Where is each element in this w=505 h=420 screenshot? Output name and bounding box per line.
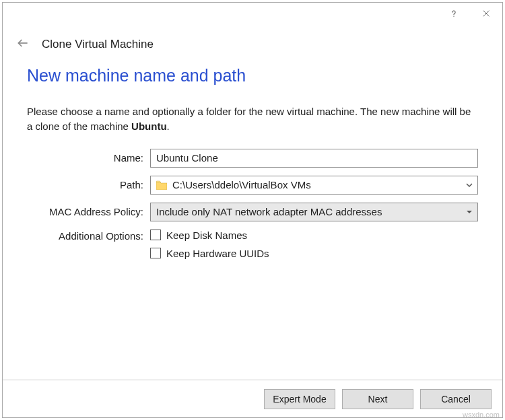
intro-suffix: .: [167, 120, 170, 132]
checkbox-icon: [150, 230, 161, 240]
expert-mode-button[interactable]: Expert Mode: [264, 389, 335, 409]
arrow-left-icon: [16, 36, 30, 50]
chevron-down-icon: [465, 181, 473, 189]
cancel-button[interactable]: Cancel: [420, 389, 492, 409]
keep-disk-names-label: Keep Disk Names: [166, 230, 247, 241]
titlebar: [3, 3, 502, 30]
help-icon: [449, 9, 459, 18]
back-button[interactable]: [16, 36, 30, 53]
path-selector[interactable]: C:\Users\ddelo\VirtualBox VMs: [150, 176, 478, 195]
additional-options: Keep Disk Names Keep Hardware UUIDs: [150, 230, 478, 259]
folder-icon: [156, 180, 167, 190]
mac-policy-selector[interactable]: Include only NAT network adapter MAC add…: [150, 203, 478, 221]
next-button[interactable]: Next: [342, 389, 413, 409]
dialog-window: Clone Virtual Machine New machine name a…: [2, 2, 503, 418]
footer: Expert Mode Next Cancel: [3, 380, 502, 417]
keep-hardware-uuids-option[interactable]: Keep Hardware UUIDs: [150, 248, 478, 259]
intro-text: Please choose a name and optionally a fo…: [27, 104, 478, 134]
caret-down-icon: [465, 208, 473, 216]
checkbox-icon: [150, 248, 161, 258]
options-label: Additional Options:: [27, 230, 145, 242]
keep-disk-names-option[interactable]: Keep Disk Names: [150, 230, 478, 241]
content-area: New machine name and path Please choose …: [3, 66, 502, 380]
help-button[interactable]: [438, 3, 470, 24]
wizard-title: Clone Virtual Machine: [42, 38, 154, 51]
watermark: wsxdn.com: [463, 411, 500, 419]
mac-label: MAC Address Policy:: [27, 206, 145, 217]
intro-prefix: Please choose a name and optionally a fo…: [27, 106, 471, 132]
close-button[interactable]: [470, 3, 502, 24]
wizard-header: Clone Virtual Machine: [3, 30, 502, 66]
path-value: C:\Users\ddelo\VirtualBox VMs: [172, 179, 463, 190]
path-label: Path:: [27, 179, 145, 190]
intro-machine-name: Ubuntu: [131, 120, 166, 132]
keep-hardware-uuids-label: Keep Hardware UUIDs: [166, 248, 269, 259]
page-title: New machine name and path: [27, 66, 478, 85]
name-input[interactable]: [150, 149, 478, 168]
close-icon: [481, 9, 491, 18]
svg-marker-4: [467, 211, 472, 213]
form: Name: Path: C:\Users\ddelo\VirtualBox VM…: [27, 149, 478, 259]
name-label: Name:: [27, 152, 145, 164]
svg-point-0: [453, 16, 454, 17]
mac-value: Include only NAT network adapter MAC add…: [156, 206, 463, 217]
